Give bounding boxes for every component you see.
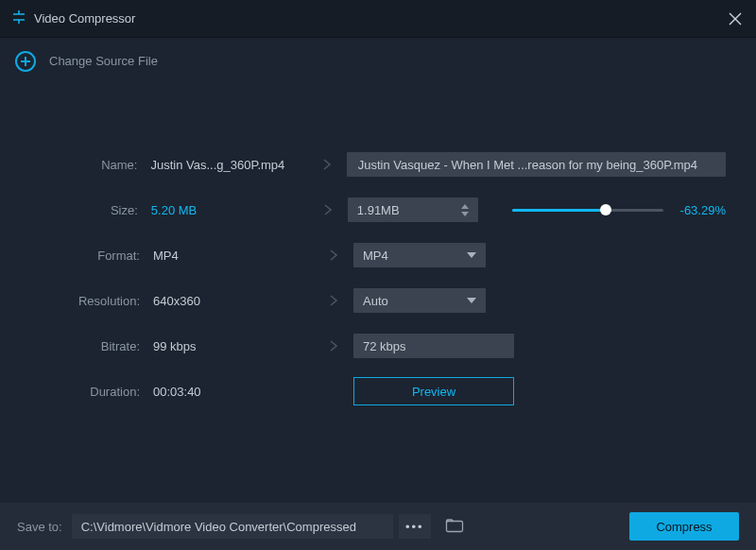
row-duration: Duration: 00:03:40 Preview — [30, 369, 726, 414]
stepper-icon[interactable] — [461, 204, 469, 216]
label-save-to: Save to: — [17, 520, 62, 534]
size-slider-wrap: -63.29% — [512, 203, 726, 217]
output-path-field[interactable]: C:\Vidmore\Vidmore Video Converter\Compr… — [72, 514, 393, 539]
bitrate-value: 72 kbps — [363, 339, 406, 353]
name-input[interactable] — [347, 152, 726, 177]
title-bar: Video Compressor — [0, 0, 756, 38]
label-resolution: Resolution: — [30, 294, 153, 308]
current-size: 5.20 MB — [151, 203, 309, 217]
arrow-icon — [314, 339, 353, 352]
bottom-bar: Save to: C:\Vidmore\Vidmore Video Conver… — [0, 503, 756, 550]
row-name: Name: Justin Vas...g_360P.mp4 — [30, 142, 726, 187]
folder-icon — [445, 518, 464, 536]
app-icon — [11, 9, 26, 27]
label-bitrate: Bitrate: — [30, 339, 153, 353]
row-resolution: Resolution: 640x360 Auto — [30, 278, 726, 323]
arrow-icon — [314, 294, 353, 307]
change-source-label: Change Source File — [49, 54, 158, 68]
output-path-value: C:\Vidmore\Vidmore Video Converter\Compr… — [81, 520, 356, 534]
arrow-icon — [308, 158, 347, 171]
size-slider[interactable] — [512, 209, 663, 212]
path-more-button[interactable]: ••• — [399, 514, 431, 539]
change-source-row[interactable]: Change Source File — [0, 38, 756, 85]
close-button[interactable] — [728, 11, 743, 26]
size-stepper[interactable]: 1.91MB — [348, 198, 478, 222]
row-format: Format: MP4 MP4 — [30, 232, 726, 278]
svg-rect-8 — [446, 521, 462, 531]
current-resolution: 640x360 — [153, 294, 314, 308]
window-title: Video Compressor — [34, 11, 135, 26]
format-value: MP4 — [363, 249, 388, 263]
preview-button[interactable]: Preview — [353, 377, 514, 405]
resolution-select[interactable]: Auto — [353, 288, 486, 313]
current-format: MP4 — [153, 249, 314, 263]
label-name: Name: — [30, 158, 150, 172]
bitrate-readout: 72 kbps — [353, 334, 514, 358]
open-folder-button[interactable] — [440, 514, 469, 539]
compress-button[interactable]: Compress — [629, 512, 739, 541]
arrow-icon — [314, 249, 353, 262]
chevron-down-icon — [467, 298, 476, 303]
current-duration: 00:03:40 — [153, 385, 314, 399]
label-format: Format: — [30, 249, 153, 263]
name-input-field[interactable] — [356, 157, 716, 173]
target-size-value: 1.91MB — [357, 203, 400, 217]
resolution-value: Auto — [363, 294, 388, 308]
format-select[interactable]: MP4 — [353, 243, 486, 267]
size-reduction: -63.29% — [680, 203, 726, 217]
label-duration: Duration: — [30, 385, 153, 399]
add-icon — [15, 51, 36, 72]
label-size: Size: — [30, 203, 151, 217]
arrow-icon — [309, 203, 348, 216]
current-name: Justin Vas...g_360P.mp4 — [150, 158, 307, 172]
row-size: Size: 5.20 MB 1.91MB -63.29% — [30, 187, 726, 232]
row-bitrate: Bitrate: 99 kbps 72 kbps — [30, 323, 726, 369]
chevron-down-icon — [467, 252, 476, 258]
settings-body: Name: Justin Vas...g_360P.mp4 Size: 5.20… — [0, 85, 756, 414]
current-bitrate: 99 kbps — [153, 339, 314, 353]
